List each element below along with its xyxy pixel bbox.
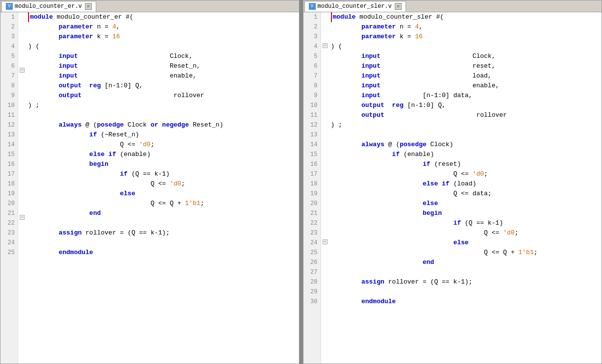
code-line: input Clock, [28, 52, 297, 61]
line-number: 24 [3, 238, 15, 248]
code-line: Q <= 'd0; [28, 179, 297, 189]
line-number: 27 [306, 267, 318, 277]
line-number: 6 [3, 61, 15, 71]
left-tab-bar: V modulo_counter_er.v ✕ [0, 0, 299, 12]
code-line [331, 287, 600, 297]
code-line: input Reset_n, [28, 61, 297, 71]
line-number: 2 [306, 22, 318, 32]
line-number: 23 [3, 228, 15, 238]
code-line: if (reset) [331, 159, 600, 169]
code-line: else if (enable) [28, 150, 297, 159]
line-number: 5 [306, 52, 318, 61]
right-tab-close[interactable]: ✕ [395, 3, 402, 10]
line-number: 15 [3, 150, 15, 159]
line-number: 28 [306, 277, 318, 287]
code-line: Q <= 'd0; [331, 169, 600, 179]
left-tab[interactable]: V modulo_counter_er.v ✕ [1, 1, 96, 12]
code-line: output reg [n-1:0] Q, [331, 101, 600, 110]
code-line: endmodule [28, 248, 297, 258]
right-tab-icon: V [309, 3, 316, 10]
line-number: 13 [3, 130, 15, 140]
line-number: 1 [306, 12, 318, 22]
code-line: always @ (posedge Clock) [331, 140, 600, 150]
code-line: parameter k = 16 [28, 32, 297, 42]
left-code-area[interactable]: 1234567891011121314151617181920212223242… [0, 12, 299, 364]
line-number: 18 [306, 179, 318, 189]
code-line: else [28, 189, 297, 199]
code-line: input reset, [331, 61, 600, 71]
code-line: else [331, 199, 600, 208]
code-line: input Clock, [331, 52, 600, 61]
code-line: assign rollover = (Q == k-1); [331, 277, 600, 287]
code-line: Q <= Q + 1'b1; [28, 199, 297, 208]
left-line-numbers: 1234567891011121314151617181920212223242… [0, 12, 18, 364]
left-tab-icon: V [6, 3, 13, 10]
line-number: 3 [3, 32, 15, 42]
code-line: end [28, 208, 297, 218]
code-line: output rollover [331, 110, 600, 120]
line-number: 14 [306, 140, 318, 150]
line-number: 7 [306, 71, 318, 81]
line-number: 7 [3, 71, 15, 81]
line-number: 13 [306, 130, 318, 140]
fold-icon[interactable]: − [20, 68, 25, 73]
line-number: 22 [3, 218, 15, 228]
right-tab-title: modulo_counter_sler.v [318, 3, 392, 10]
code-line: output rollover [28, 91, 297, 101]
code-line: endmodule [331, 297, 600, 307]
line-number: 24 [306, 238, 318, 248]
line-number: 10 [306, 101, 318, 110]
line-number: 17 [306, 169, 318, 179]
code-line: Q <= 'd0; [331, 228, 600, 238]
left-editor-pane: V modulo_counter_er.v ✕ 1234567891011121… [0, 0, 300, 364]
code-line: else if (load) [331, 179, 600, 189]
left-tab-close[interactable]: ✕ [85, 3, 92, 10]
code-line: parameter n = 4, [28, 22, 297, 32]
line-number: 21 [3, 208, 15, 218]
left-tab-title: modulo_counter_er.v [15, 3, 82, 10]
code-line: input enable, [331, 81, 600, 91]
code-line: module modulo_counter_sler #( [331, 12, 600, 22]
code-line: end [331, 258, 600, 267]
line-number: 8 [306, 81, 318, 91]
right-tab[interactable]: V modulo_counter_sler.v ✕ [304, 1, 406, 12]
code-line: assign rollover = (Q == k-1); [28, 228, 297, 238]
line-number: 20 [3, 199, 15, 208]
code-line: if (enable) [331, 150, 600, 159]
line-number: 29 [306, 287, 318, 297]
line-number: 8 [3, 81, 15, 91]
line-number: 12 [306, 120, 318, 130]
line-number: 25 [3, 248, 15, 258]
code-line [331, 267, 600, 277]
fold-icon[interactable]: − [323, 239, 328, 244]
line-number: 2 [3, 22, 15, 32]
line-number: 17 [3, 169, 15, 179]
line-number: 26 [306, 258, 318, 267]
fold-icon[interactable]: − [20, 215, 25, 220]
code-line: parameter n = 4, [331, 22, 600, 32]
line-number: 4 [306, 42, 318, 52]
right-tab-bar: V modulo_counter_sler.v ✕ [303, 0, 602, 12]
line-number: 3 [306, 32, 318, 42]
code-line: input enable, [28, 71, 297, 81]
left-fold-gutter: −− [18, 12, 26, 364]
code-line [28, 218, 297, 228]
left-code-content: module modulo_counter_er #( parameter n … [26, 12, 299, 364]
code-line: else [331, 238, 600, 248]
code-line: ) ( [28, 42, 297, 52]
line-number: 1 [3, 12, 15, 22]
line-number: 11 [306, 110, 318, 120]
code-line: always @ (posedge Clock or negedge Reset… [28, 120, 297, 130]
line-number: 16 [306, 159, 318, 169]
code-line: if (~Reset_n) [28, 130, 297, 140]
line-number: 9 [306, 91, 318, 101]
code-line [28, 110, 297, 120]
line-number: 21 [306, 208, 318, 218]
right-code-area[interactable]: 1234567891011121314151617181920212223242… [303, 12, 602, 364]
line-number: 15 [306, 150, 318, 159]
line-number: 4 [3, 42, 15, 52]
code-line: module modulo_counter_er #( [28, 12, 297, 22]
fold-icon[interactable]: − [323, 43, 328, 48]
code-line: input load, [331, 71, 600, 81]
code-line: ) ( [331, 42, 600, 52]
